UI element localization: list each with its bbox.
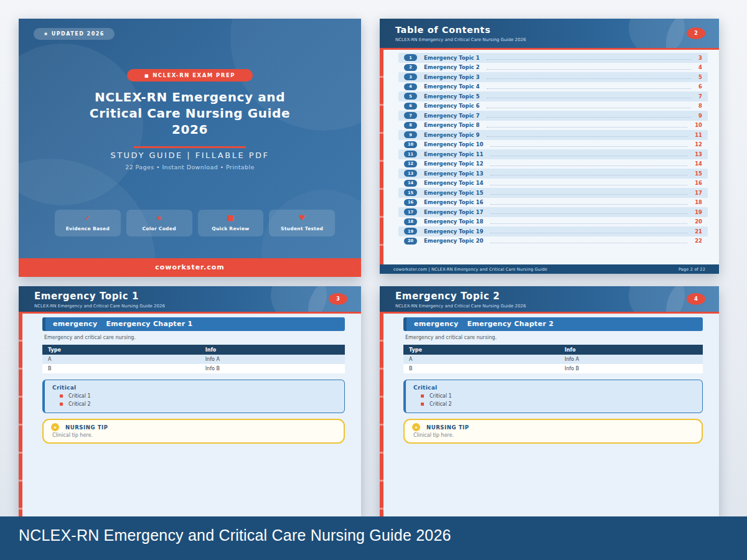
critical-title: Critical — [52, 385, 337, 391]
toc-row: 13 Emergency Topic 13 15 — [398, 169, 708, 179]
toc-dotted-leader — [487, 127, 687, 128]
toc-item-page-number: 18 — [695, 199, 702, 205]
toc-footer-left: coworkster.com | NCLEX-RN Emergency and … — [393, 267, 547, 272]
cover-subtitle: STUDY GUIDE | FILLABLE PDF — [19, 151, 361, 160]
toc-dotted-leader — [487, 98, 691, 98]
toc-item-number-badge: 13 — [404, 170, 417, 177]
feature-boxes: ✓ Evidence Based ★ Color Coded ■ Quick R… — [55, 210, 335, 236]
toc-dotted-leader — [491, 213, 687, 214]
toc-item-page-number: 3 — [698, 55, 702, 61]
section-tag: emergency — [414, 320, 458, 328]
cover-page-card: ★UPDATED 2026 ■NCLEX-RN EXAM PREP NCLEX-… — [19, 19, 361, 277]
toc-dotted-leader — [487, 78, 691, 79]
table-cell: B — [403, 364, 559, 373]
toc-row: 11 Emergency Topic 11 13 — [398, 149, 708, 159]
toc-row: 4 Emergency Topic 4 6 — [398, 82, 708, 92]
toc-item-number-badge: 20 — [404, 238, 417, 245]
section-title: Emergency Chapter 2 — [467, 320, 553, 328]
feature-label: Student Tested — [269, 226, 335, 231]
toc-row: 10 Emergency Topic 10 12 — [398, 140, 708, 150]
topic-header: Emergency Topic 2 NCLEX-RN Emergency and… — [380, 286, 719, 312]
toc-row: 3 Emergency Topic 3 5 — [398, 72, 708, 82]
critical-item-text: Critical 1 — [68, 393, 91, 399]
toc-list: 1 Emergency Topic 1 3 2 Emergency Topic … — [398, 53, 708, 246]
toc-dotted-leader — [491, 146, 687, 147]
feature-student-tested: ♥ Student Tested — [269, 210, 335, 236]
table-cell: Info B — [200, 364, 345, 373]
star-icon: ★ — [44, 31, 49, 37]
toc-item-label: Emergency Topic 19 — [424, 228, 483, 235]
title-divider — [134, 146, 246, 148]
toc-item-number-badge: 15 — [404, 189, 417, 196]
toc-footer-right: Page 2 of 22 — [679, 267, 705, 272]
toc-item-number-badge: 17 — [404, 208, 417, 215]
feature-label: Color Coded — [126, 226, 192, 231]
toc-row: 17 Emergency Topic 17 19 — [398, 207, 708, 217]
toc-row: 9 Emergency Topic 9 11 — [398, 130, 708, 140]
critical-item: Critical 1 — [413, 393, 695, 399]
toc-item-page-number: 13 — [695, 151, 702, 157]
critical-title: Critical — [413, 385, 695, 391]
square-icon: ■ — [144, 73, 149, 78]
star-badge-icon: ★ — [51, 423, 59, 431]
toc-item-label: Emergency Topic 14 — [424, 180, 483, 186]
toc-dotted-leader — [487, 108, 691, 108]
banner-title: NCLEX-RN Emergency and Critical Care Nur… — [19, 526, 451, 544]
toc-item-page-number: 4 — [698, 64, 702, 70]
cover-footer-website: coworkster.com — [19, 258, 361, 277]
star-badge-icon: ★ — [412, 423, 420, 431]
toc-item-number-badge: 8 — [404, 122, 417, 129]
toc-dotted-leader — [487, 117, 691, 118]
toc-item-page-number: 19 — [695, 209, 702, 215]
toc-row: 7 Emergency Topic 7 9 — [398, 111, 708, 121]
toc-item-label: Emergency Topic 3 — [424, 74, 479, 80]
feature-label: Quick Review — [198, 226, 264, 231]
feature-quick-review: ■ Quick Review — [198, 210, 264, 236]
toc-item-page-number: 11 — [695, 132, 702, 138]
exam-prep-pill-label: NCLEX-RN EXAM PREP — [153, 72, 235, 78]
nursing-tip-box: ★ NURSING TIP Clinical tip here. — [42, 419, 345, 444]
toc-item-number-badge: 2 — [404, 64, 417, 71]
toc-item-number-badge: 18 — [404, 218, 417, 225]
nursing-tip-box: ★ NURSING TIP Clinical tip here. — [403, 419, 703, 444]
toc-item-label: Emergency Topic 17 — [424, 209, 483, 215]
toc-item-label: Emergency Topic 13 — [424, 170, 483, 177]
toc-item-label: Emergency Topic 7 — [424, 113, 479, 119]
toc-item-label: Emergency Topic 20 — [424, 238, 483, 244]
toc-page-card: Table of Contents NCLEX-RN Emergency and… — [380, 19, 719, 274]
table-cell: Info A — [559, 355, 703, 364]
section-title: Emergency Chapter 1 — [106, 320, 192, 328]
table-cell: Info B — [559, 364, 703, 373]
toc-item-label: Emergency Topic 5 — [424, 93, 479, 100]
cover-title-line3: 2026 — [19, 121, 361, 138]
star-icon: ★ — [126, 214, 192, 222]
cover-title-line2: Critical Care Nursing Guide — [19, 105, 361, 121]
table-row: A Info A — [42, 355, 345, 364]
toc-dotted-leader — [491, 204, 687, 205]
updated-badge: ★UPDATED 2026 — [34, 28, 115, 40]
toc-item-number-badge: 10 — [404, 141, 417, 148]
topic-body: emergency Emergency Chapter 2 Emergency … — [380, 314, 719, 516]
critical-item-text: Critical 2 — [68, 401, 91, 407]
toc-item-label: Emergency Topic 6 — [424, 103, 479, 109]
bullet-square-icon — [60, 394, 63, 398]
toc-dotted-leader — [487, 59, 691, 60]
page-number-badge: 4 — [687, 293, 705, 305]
table-header-info: Info — [200, 345, 345, 355]
toc-item-label: Emergency Topic 15 — [424, 190, 483, 196]
toc-row: 18 Emergency Topic 18 20 — [398, 217, 708, 227]
toc-item-page-number: 21 — [695, 228, 702, 235]
intro-text: Emergency and critical care nursing. — [405, 335, 703, 340]
section-tag: emergency — [53, 320, 97, 328]
feature-evidence-based: ✓ Evidence Based — [55, 210, 121, 236]
toc-dotted-leader — [491, 185, 687, 185]
tip-header: ★ NURSING TIP — [51, 423, 336, 431]
table-cell: A — [403, 355, 559, 364]
tip-label: NURSING TIP — [426, 424, 469, 431]
toc-row: 19 Emergency Topic 19 21 — [398, 226, 708, 236]
toc-row: 14 Emergency Topic 14 16 — [398, 179, 708, 189]
info-table: Type Info A Info A B Info B — [42, 345, 345, 373]
toc-row: 16 Emergency Topic 16 18 — [398, 198, 708, 208]
intro-text: Emergency and critical care nursing. — [44, 335, 345, 340]
updated-badge-label: UPDATED 2026 — [52, 31, 105, 37]
